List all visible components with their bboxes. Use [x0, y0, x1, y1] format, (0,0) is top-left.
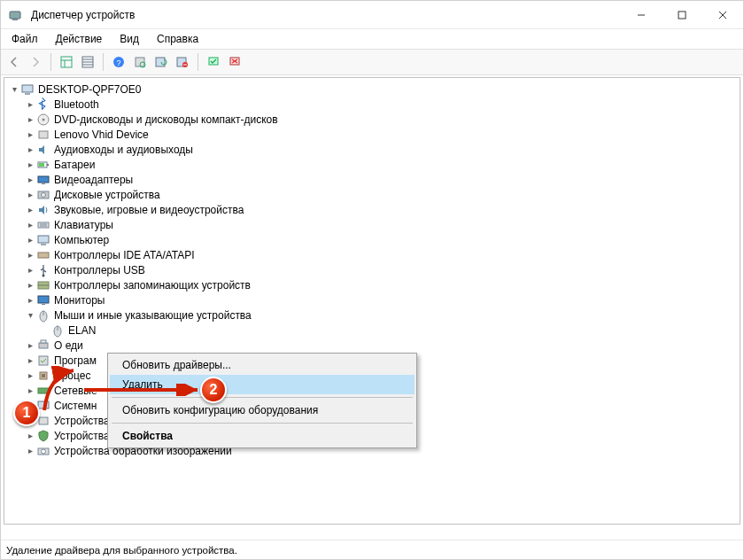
chevron-right-icon[interactable]: ▸ [24, 113, 36, 126]
mouse-icon [50, 323, 65, 338]
svg-rect-26 [25, 93, 30, 95]
nav-back-button[interactable] [4, 52, 24, 72]
tree-label: Клавиатуры [54, 219, 113, 231]
chevron-right-icon[interactable]: ▸ [24, 174, 36, 186]
chevron-right-icon[interactable]: ▸ [24, 339, 36, 352]
tree-label: Bluetooth [54, 98, 99, 111]
tree-item-dvdcd[interactable]: ▸DVD-дисководы и дисководы компакт-диско… [8, 112, 732, 127]
ctx-properties[interactable]: Свойства [110, 426, 415, 446]
chevron-right-icon[interactable]: ▸ [24, 144, 36, 156]
tree-item-monitors[interactable]: ▸Мониторы [8, 292, 732, 307]
monitor-icon [36, 293, 50, 307]
chevron-right-icon[interactable]: ▸ [24, 189, 36, 201]
disc-icon [36, 113, 50, 127]
toolbar-help-icon[interactable]: ? [109, 52, 128, 72]
svg-rect-37 [38, 222, 49, 228]
svg-text:?: ? [116, 58, 120, 67]
menu-help[interactable]: Справка [150, 31, 205, 47]
toolbar: ? [1, 49, 743, 75]
maximize-button[interactable] [662, 2, 702, 28]
toolbar-enable-icon[interactable] [204, 52, 223, 72]
chevron-right-icon[interactable]: ▸ [24, 234, 36, 246]
chevron-right-icon[interactable]: ▸ [24, 445, 36, 457]
chevron-right-icon[interactable]: ▸ [24, 354, 36, 367]
tree-item-bluetooth[interactable]: ▸Bluetooth [8, 97, 732, 112]
usb-icon [36, 263, 50, 277]
svg-point-43 [43, 274, 45, 276]
menu-action[interactable]: Действие [49, 31, 110, 47]
toolbar-scan-icon[interactable] [130, 52, 150, 72]
menu-file[interactable]: Файл [4, 31, 45, 47]
chevron-right-icon[interactable]: ▸ [24, 249, 36, 261]
ctx-rescan[interactable]: Обновить конфигурацию оборудования [110, 401, 415, 420]
svg-rect-53 [41, 340, 46, 343]
toolbar-view-icon[interactable] [57, 52, 76, 72]
tree-item-display[interactable]: ▸Видеоадаптеры [8, 172, 732, 187]
chevron-right-icon[interactable]: ▸ [24, 430, 36, 442]
tree-label: Аудиовходы и аудиовыходы [54, 144, 193, 156]
tree-item-lenovo[interactable]: ▸Lenovo Vhid Device [8, 127, 732, 142]
status-bar: Удаление драйвера для выбранного устройс… [1, 540, 743, 559]
chevron-down-icon[interactable]: ▾ [8, 83, 20, 96]
title-bar: Диспетчер устройств [1, 1, 743, 29]
tree-root[interactable]: ▾ DESKTOP-QPF7OE0 [8, 82, 732, 97]
toolbar-update-icon[interactable] [151, 52, 171, 72]
menu-bar: Файл Действие Вид Справка [1, 29, 743, 49]
bluetooth-icon [36, 97, 50, 112]
svg-rect-32 [39, 163, 44, 167]
tree-label: Батареи [54, 159, 95, 171]
tree-label: О еди [54, 339, 83, 352]
chevron-right-icon[interactable]: ▸ [24, 369, 36, 382]
tree-item-batteries[interactable]: ▸Батареи [8, 157, 732, 172]
tree-label: Мониторы [54, 294, 105, 307]
chevron-right-icon[interactable]: ▸ [24, 219, 36, 231]
tree-item-keyboard[interactable]: ▸Клавиатуры [8, 217, 732, 232]
tree-item-elan[interactable]: ELAN [8, 323, 732, 338]
ctx-update-driver[interactable]: Обновить драйверы... [110, 355, 415, 375]
tree-item-computer[interactable]: ▸Компьютер [8, 232, 732, 247]
chevron-right-icon[interactable]: ▸ [24, 159, 36, 171]
toolbar-uninstall-icon[interactable] [173, 52, 192, 72]
chevron-right-icon[interactable]: ▸ [24, 279, 36, 292]
svg-rect-54 [39, 356, 48, 365]
tree-item-usb[interactable]: ▸Контроллеры USB [8, 262, 732, 277]
sound-icon [36, 203, 50, 217]
tree-item-mice[interactable]: ▾Мыши и иные указывающие устройства [8, 307, 732, 323]
nav-forward-button[interactable] [26, 52, 45, 72]
close-button[interactable] [702, 2, 743, 28]
marker-label: 2 [210, 382, 218, 398]
tree-label: Lenovo Vhid Device [54, 128, 149, 141]
tree-item-ide[interactable]: ▸Контроллеры IDE ATA/ATAPI [8, 247, 732, 262]
controller-icon [36, 248, 50, 262]
chevron-right-icon[interactable]: ▸ [24, 204, 36, 216]
tree-item-printqueue[interactable]: ▸О еди [8, 338, 732, 353]
chevron-right-icon[interactable]: ▸ [24, 294, 36, 307]
chevron-down-icon[interactable]: ▾ [24, 309, 36, 322]
marker-label: 1 [23, 405, 31, 421]
mouse-icon [36, 308, 50, 323]
tree-label: Компьютер [54, 234, 109, 246]
toolbar-details-icon[interactable] [78, 52, 97, 72]
minimize-button[interactable] [621, 2, 662, 28]
tree-label: Програм [54, 354, 97, 367]
chevron-right-icon[interactable]: ▸ [24, 264, 36, 276]
tree-item-disk[interactable]: ▸Дисковые устройства [8, 187, 732, 202]
storage-icon [36, 278, 50, 292]
device-icon [36, 128, 50, 142]
tree-item-multimedia[interactable]: ▸Звуковые, игровые и видеоустройства [8, 202, 732, 217]
device-tree-panel: ▾ DESKTOP-QPF7OE0 ▸Bluetooth ▸DVD-дисков… [4, 77, 740, 525]
svg-point-28 [43, 118, 45, 121]
chevron-right-icon[interactable]: ▸ [24, 128, 36, 141]
svg-point-36 [42, 192, 46, 197]
toolbar-disable-icon[interactable] [225, 52, 244, 72]
tree-item-audio[interactable]: ▸Аудиовходы и аудиовыходы [8, 142, 732, 157]
display-adapter-icon [36, 173, 50, 187]
menu-view[interactable]: Вид [112, 31, 146, 47]
ctx-separator [112, 423, 413, 424]
chevron-right-icon[interactable]: ▸ [24, 98, 36, 111]
annotation-marker-1: 1 [13, 400, 40, 426]
pc-icon [36, 233, 50, 247]
tree-item-storage[interactable]: ▸Контроллеры запоминающих устройств [8, 277, 732, 292]
svg-rect-31 [47, 164, 49, 166]
chevron-right-icon[interactable]: ▸ [24, 385, 36, 397]
